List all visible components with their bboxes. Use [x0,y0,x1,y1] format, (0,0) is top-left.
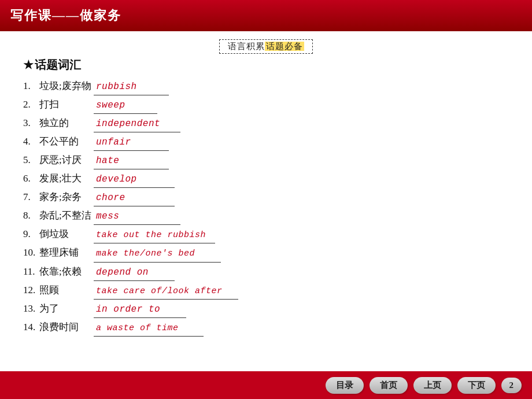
item-english: chore [96,193,125,203]
item-number: 11. [23,263,39,280]
list-item: 2.打扫sweep [23,96,509,114]
item-chinese: 家务;杂务 [39,189,91,206]
topic-title: ★话题词汇 [23,57,509,73]
item-english: sweep [96,100,125,110]
item-number: 3. [23,114,39,132]
list-item: 14.浪费时间a waste of time [23,319,509,337]
item-number: 13. [23,300,39,317]
item-english-underline: independent [94,114,180,132]
item-english: unfair [96,137,131,147]
item-chinese: 为了 [39,300,91,317]
header-title: 写作课——做家务 [10,8,121,23]
item-english: make the/one's bed [96,249,195,258]
item-english: rubbish [96,82,137,92]
item-english-underline: hate [94,152,169,169]
list-item: 1.垃圾;废弃物rubbish [23,77,509,95]
item-english: hate [96,156,119,166]
item-english-underline: unfair [94,133,169,151]
nav-button-首页[interactable]: 首页 [370,377,408,394]
vocabulary-list: 1.垃圾;废弃物rubbish2.打扫sweep3.独立的independent… [23,77,509,337]
banner-text: 语言积累 [228,42,265,51]
item-english-underline: chore [94,189,175,206]
item-english: take care of/look after [96,286,223,296]
item-english-underline: mess [94,207,180,225]
language-banner: 语言积累话题必备 [23,39,509,54]
nav-button-上页[interactable]: 上页 [413,377,452,394]
item-english-underline: sweep [94,96,157,114]
list-item: 11.依靠;依赖depend on [23,263,509,281]
item-chinese: 发展;壮大 [39,170,91,187]
list-item: 4.不公平的unfair [23,133,509,151]
item-chinese: 不公平的 [39,133,91,150]
item-chinese: 依靠;依赖 [39,263,91,280]
page-number: 2 [501,378,522,393]
list-item: 7.家务;杂务chore [23,189,509,206]
nav-button-下页[interactable]: 下页 [457,377,496,394]
item-english-underline: in order to [94,300,186,318]
item-number: 9. [23,226,39,243]
list-item: 13.为了in order to [23,300,509,318]
item-english-underline: depend on [94,263,175,281]
item-english-underline: develop [94,170,175,188]
item-number: 1. [23,77,39,95]
item-english-underline: take out the rubbish [94,226,215,243]
item-chinese: 倒垃圾 [39,226,91,243]
item-english: develop [96,174,137,184]
main-content: 语言积累话题必备 ★话题词汇 1.垃圾;废弃物rubbish2.打扫sweep3… [0,31,532,372]
footer-nav: 目录首页上页下页2 [0,371,532,399]
item-english-underline: take care of/look after [94,282,238,300]
item-chinese: 杂乱;不整洁 [39,207,91,224]
item-english-underline: rubbish [94,77,169,95]
list-item: 6.发展;壮大develop [23,170,509,188]
item-number: 12. [23,282,39,299]
page-header: 写作课——做家务 [0,0,532,31]
item-chinese: 垃圾;废弃物 [39,77,91,95]
item-chinese: 浪费时间 [39,319,91,336]
item-english: independent [96,119,160,129]
topic-label: 话题词汇 [35,58,81,71]
item-english-underline: make the/one's bed [94,244,221,262]
item-number: 14. [23,319,39,336]
nav-button-目录[interactable]: 目录 [326,377,364,394]
list-item: 8.杂乱;不整洁mess [23,207,509,225]
item-chinese: 打扫 [39,96,91,113]
list-item: 12.照顾take care of/look after [23,282,509,300]
item-number: 8. [23,207,39,224]
banner-highlight: 话题必备 [265,42,304,51]
item-number: 5. [23,152,39,169]
item-number: 6. [23,170,39,187]
item-chinese: 独立的 [39,114,91,132]
star-icon: ★ [23,58,34,71]
item-chinese: 照顾 [39,282,91,299]
item-english: in order to [96,304,160,315]
item-number: 7. [23,189,39,206]
item-number: 10. [23,244,39,261]
list-item: 9.倒垃圾take out the rubbish [23,226,509,243]
item-english: depend on [96,267,149,278]
item-english: a waste of time [96,323,179,333]
item-number: 2. [23,96,39,113]
list-item: 5.厌恶;讨厌hate [23,152,509,169]
item-english-underline: a waste of time [94,319,204,337]
item-chinese: 整理床铺 [39,244,91,261]
item-english: mess [96,211,119,221]
item-number: 4. [23,133,39,150]
item-english: take out the rubbish [96,230,206,240]
list-item: 3.独立的independent [23,114,509,132]
list-item: 10.整理床铺make the/one's bed [23,244,509,262]
item-chinese: 厌恶;讨厌 [39,152,91,169]
